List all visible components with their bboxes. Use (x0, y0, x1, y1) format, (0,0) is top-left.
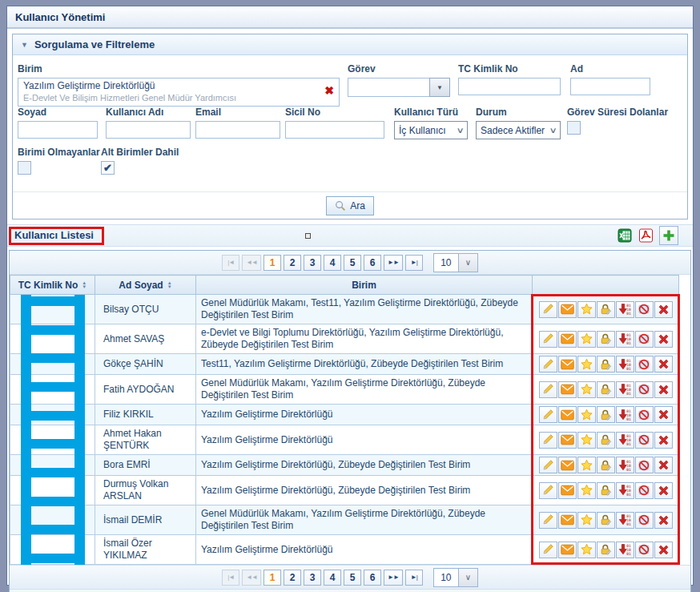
download-user-log-button[interactable]: 011001 (616, 381, 634, 398)
deactivate-user-button[interactable] (635, 542, 654, 558)
download-user-log-button[interactable]: 011001 (616, 301, 634, 318)
delete-user-button[interactable] (654, 406, 673, 423)
edit-user-button[interactable] (539, 457, 557, 473)
ad-input[interactable] (570, 78, 650, 95)
page-1-button[interactable]: 1 (264, 255, 281, 271)
deactivate-user-button[interactable] (635, 301, 654, 318)
send-message-button[interactable] (558, 482, 577, 499)
download-user-log-button[interactable]: 011001 (616, 356, 634, 373)
user-roles-button[interactable] (577, 512, 596, 529)
last-page-button[interactable]: ►| (405, 255, 423, 271)
edit-permissions-button[interactable] (597, 542, 615, 558)
page-6-button[interactable]: 6 (364, 255, 381, 271)
edit-user-button[interactable] (539, 381, 557, 398)
excel-export-icon[interactable] (618, 228, 633, 243)
download-user-log-button[interactable]: 011001 (616, 432, 634, 449)
pdf-export-icon[interactable] (638, 228, 654, 243)
gorev-combobox[interactable]: ▼ (348, 78, 450, 97)
delete-user-button[interactable] (654, 381, 673, 398)
page-size-select[interactable]: 10∨ (433, 568, 478, 587)
header-ad-soyad[interactable]: Ad Soyad ▲▼ (95, 276, 196, 295)
clear-birim-icon[interactable]: ✖ (324, 85, 334, 96)
download-user-log-button[interactable]: 011001 (616, 457, 634, 473)
page-size-select[interactable]: 10∨ (433, 253, 478, 272)
edit-permissions-button[interactable] (597, 406, 615, 423)
user-roles-button[interactable] (577, 482, 596, 499)
chevron-down-icon[interactable]: ▼ (429, 78, 450, 97)
download-user-log-button[interactable]: 011001 (616, 406, 634, 423)
download-user-log-button[interactable]: 011001 (616, 512, 634, 529)
add-user-button[interactable] (659, 226, 678, 245)
alt-birimler-dahil-checkbox[interactable] (101, 161, 115, 175)
download-user-log-button[interactable]: 011001 (616, 331, 634, 348)
download-user-log-button[interactable]: 011001 (616, 482, 634, 499)
delete-user-button[interactable] (654, 457, 673, 473)
send-message-button[interactable] (558, 542, 577, 558)
edit-user-button[interactable] (539, 512, 557, 529)
page-4-button[interactable]: 4 (324, 570, 341, 586)
send-message-button[interactable] (558, 512, 577, 529)
page-5-button[interactable]: 5 (344, 570, 361, 586)
edit-permissions-button[interactable] (597, 457, 615, 473)
edit-user-button[interactable] (539, 406, 557, 423)
tc-kimlik-no-input[interactable] (458, 78, 561, 95)
birim-picker[interactable]: Yazılım Geliştirme Direktörlüğü E-Devlet… (18, 78, 340, 107)
user-roles-button[interactable] (577, 457, 596, 473)
user-roles-button[interactable] (577, 331, 596, 348)
deactivate-user-button[interactable] (635, 432, 654, 449)
email-input[interactable] (195, 121, 280, 139)
page-1-button[interactable]: 1 (264, 570, 281, 586)
edit-user-button[interactable] (539, 432, 557, 449)
user-roles-button[interactable] (577, 406, 596, 423)
next-page-button[interactable]: ►► (384, 570, 403, 586)
page-2-button[interactable]: 2 (284, 255, 301, 271)
edit-permissions-button[interactable] (597, 301, 615, 318)
deactivate-user-button[interactable] (635, 356, 654, 373)
deactivate-user-button[interactable] (635, 512, 654, 529)
user-roles-button[interactable] (577, 542, 596, 558)
kullanici-adi-input[interactable] (106, 121, 191, 139)
edit-permissions-button[interactable] (597, 432, 615, 449)
edit-user-button[interactable] (539, 542, 557, 558)
edit-permissions-button[interactable] (597, 482, 615, 499)
send-message-button[interactable] (558, 331, 577, 348)
edit-user-button[interactable] (539, 301, 557, 318)
previous-page-button[interactable]: ◄◄ (242, 255, 261, 271)
edit-permissions-button[interactable] (597, 512, 615, 529)
download-user-log-button[interactable]: 011001 (616, 542, 634, 558)
header-tc-kimlik-no[interactable]: TC Kimlik No ▲▼ (10, 276, 95, 295)
deactivate-user-button[interactable] (635, 331, 654, 348)
edit-user-button[interactable] (539, 331, 557, 348)
edit-user-button[interactable] (539, 482, 557, 499)
gorev-suresi-dolanlar-checkbox[interactable] (567, 121, 581, 135)
send-message-button[interactable] (558, 406, 577, 423)
soyad-input[interactable] (18, 121, 98, 139)
previous-page-button[interactable]: ◄◄ (242, 570, 261, 586)
kullanici-turu-select[interactable]: İç Kullanıcı ∨ (394, 121, 468, 139)
edit-user-button[interactable] (539, 356, 557, 373)
deactivate-user-button[interactable] (635, 482, 654, 499)
send-message-button[interactable] (558, 432, 577, 449)
page-2-button[interactable]: 2 (284, 570, 301, 586)
send-message-button[interactable] (558, 301, 577, 318)
sicil-no-input[interactable] (285, 121, 384, 139)
delete-user-button[interactable] (654, 331, 673, 348)
deactivate-user-button[interactable] (635, 381, 654, 398)
search-button[interactable]: Ara (326, 196, 374, 215)
send-message-button[interactable] (558, 457, 577, 473)
page-4-button[interactable]: 4 (324, 255, 341, 271)
delete-user-button[interactable] (654, 542, 673, 558)
page-3-button[interactable]: 3 (304, 255, 321, 271)
deactivate-user-button[interactable] (635, 457, 654, 473)
first-page-button[interactable]: |◄ (222, 255, 239, 271)
delete-user-button[interactable] (654, 432, 673, 449)
page-3-button[interactable]: 3 (304, 570, 321, 586)
edit-permissions-button[interactable] (597, 331, 615, 348)
send-message-button[interactable] (558, 356, 577, 373)
first-page-button[interactable]: |◄ (222, 570, 239, 586)
deactivate-user-button[interactable] (635, 406, 654, 423)
edit-permissions-button[interactable] (597, 356, 615, 373)
user-roles-button[interactable] (577, 432, 596, 449)
delete-user-button[interactable] (654, 356, 673, 373)
user-roles-button[interactable] (577, 356, 596, 373)
